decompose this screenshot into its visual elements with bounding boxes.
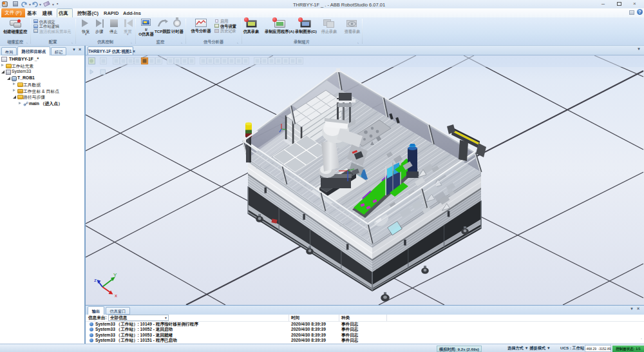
svg-text:x: x <box>115 293 117 298</box>
svg-text:Y: Y <box>113 272 117 278</box>
svg-text:z: z <box>94 277 97 283</box>
